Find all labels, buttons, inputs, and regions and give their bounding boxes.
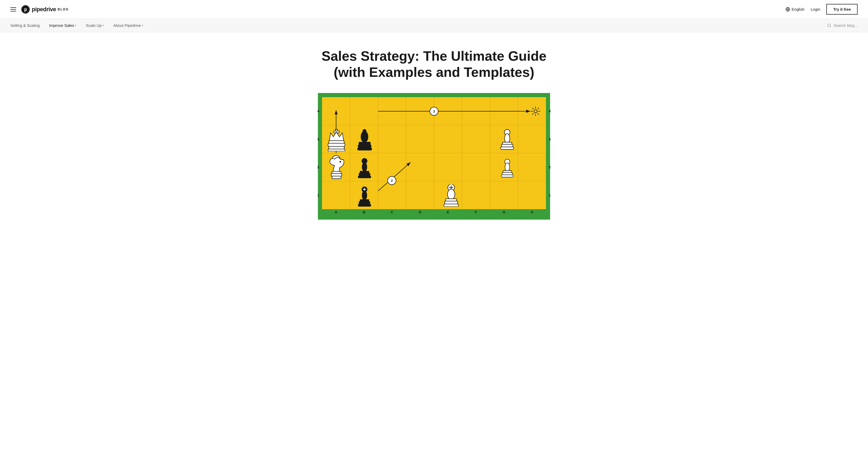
site-header: p pipedrive BLOG English Login Try it fr… — [0, 0, 868, 19]
row-label-right-2: 2 — [549, 153, 551, 181]
piece-white-bishop-e1 — [439, 183, 463, 208]
svg-line-26 — [532, 108, 533, 109]
nav-links: Selling & Scaling Improve Sales ▾ Scale … — [10, 23, 143, 28]
chess-board-wrapper: 4 3 2 1 4 3 2 1 — [322, 97, 546, 214]
svg-marker-36 — [329, 132, 344, 141]
svg-rect-53 — [359, 173, 370, 176]
svg-point-42 — [361, 131, 368, 143]
svg-rect-43 — [359, 142, 370, 145]
hamburger-menu[interactable] — [10, 7, 16, 11]
svg-rect-38 — [328, 143, 345, 146]
piece-white-king — [324, 128, 348, 152]
row-label-1: 1 — [317, 181, 319, 209]
row-label-4: 4 — [317, 97, 319, 125]
svg-point-75 — [505, 163, 509, 171]
col-label-f: F — [462, 210, 490, 214]
col-label-e: E — [434, 210, 462, 214]
hero-image: 4 3 2 1 4 3 2 1 — [288, 93, 580, 220]
piece-black-pawn-b1 — [353, 184, 376, 209]
row-labels-right: 4 3 2 1 — [549, 97, 551, 209]
piece-white-knight — [324, 156, 348, 180]
search-icon — [827, 24, 831, 28]
chevron-down-icon: ▾ — [75, 24, 76, 27]
svg-text:p: p — [24, 6, 27, 12]
nav-selling-scaling[interactable]: Selling & Scaling — [10, 23, 40, 28]
svg-point-20 — [430, 107, 438, 115]
globe-icon — [785, 7, 790, 12]
col-label-c: C — [378, 210, 406, 214]
row-label-3: 3 — [317, 125, 319, 153]
main-content: Sales Strategy: The Ultimate Guide(with … — [278, 32, 590, 240]
chevron-down-icon: ▾ — [142, 24, 143, 27]
svg-rect-37 — [329, 141, 344, 143]
svg-rect-78 — [501, 175, 513, 177]
chevron-down-icon: ▾ — [102, 24, 104, 27]
svg-point-30 — [534, 110, 537, 113]
piece-black-pawn-b2 — [353, 156, 376, 180]
svg-rect-61 — [358, 204, 371, 207]
logo-wordmark: pipedrive — [32, 6, 56, 13]
svg-line-28 — [532, 113, 533, 115]
svg-point-58 — [362, 191, 367, 200]
svg-rect-76 — [503, 171, 511, 172]
svg-rect-73 — [501, 147, 514, 149]
svg-text:2: 2 — [391, 179, 393, 182]
svg-rect-59 — [360, 199, 369, 201]
svg-text:3: 3 — [433, 109, 435, 113]
navigation-bar: Selling & Scaling Improve Sales ▾ Scale … — [0, 19, 868, 32]
svg-rect-40 — [328, 149, 345, 151]
svg-rect-44 — [358, 145, 371, 148]
svg-rect-67 — [445, 201, 458, 204]
language-selector[interactable]: English — [785, 7, 804, 12]
svg-rect-77 — [502, 172, 513, 175]
col-labels: A B C D E F G H — [322, 209, 546, 214]
nav-scale-up[interactable]: Scale Up ▾ — [86, 23, 104, 28]
hero-border: 4 3 2 1 4 3 2 1 — [318, 93, 550, 220]
logo: p pipedrive BLOG — [21, 5, 69, 13]
piece-white-pawn-g3 — [495, 128, 519, 151]
svg-rect-66 — [446, 199, 457, 201]
svg-line-29 — [538, 113, 539, 115]
svg-rect-54 — [358, 176, 371, 178]
piece-white-pawn-g2 — [495, 156, 519, 180]
chess-board: 1 3 — [322, 97, 546, 209]
nav-label-selling: Selling & Scaling — [10, 23, 40, 28]
svg-point-49 — [340, 161, 341, 163]
svg-line-31 — [378, 162, 410, 191]
header-right: English Login Try it free — [785, 4, 858, 15]
svg-rect-45 — [358, 148, 372, 150]
svg-rect-72 — [501, 144, 513, 147]
svg-rect-46 — [332, 171, 341, 173]
svg-rect-48 — [332, 176, 341, 179]
row-label-right-1: 1 — [549, 181, 551, 209]
row-label-right-4: 4 — [549, 97, 551, 125]
svg-line-27 — [538, 108, 539, 109]
login-button[interactable]: Login — [811, 7, 820, 11]
search-bar[interactable]: Search blog... — [827, 23, 858, 28]
row-label-2: 2 — [317, 153, 319, 181]
col-label-b: B — [350, 210, 378, 214]
nav-about-pipedrive[interactable]: About Pipedrive ▾ — [113, 23, 143, 28]
try-free-button[interactable]: Try it free — [826, 4, 858, 15]
svg-point-70 — [504, 134, 510, 143]
svg-point-65 — [447, 189, 455, 200]
row-labels-left: 4 3 2 1 — [317, 97, 319, 209]
logo-blog-badge: BLOG — [58, 7, 69, 11]
article-title: Sales Strategy: The Ultimate Guide(with … — [288, 48, 580, 81]
svg-rect-71 — [502, 142, 512, 144]
piece-black-bishop — [353, 128, 376, 152]
row-label-right-3: 3 — [549, 125, 551, 153]
svg-rect-60 — [359, 201, 370, 204]
col-label-d: D — [406, 210, 434, 214]
header-left: p pipedrive BLOG — [10, 5, 69, 13]
search-placeholder: Search blog... — [833, 23, 858, 28]
svg-point-3 — [828, 24, 831, 27]
col-label-g: G — [490, 210, 518, 214]
col-label-h: H — [518, 210, 546, 214]
svg-point-32 — [388, 176, 396, 185]
svg-rect-68 — [444, 204, 459, 207]
nav-improve-sales[interactable]: Improve Sales ▾ — [49, 23, 76, 28]
logo-link[interactable]: p pipedrive BLOG — [21, 5, 69, 13]
svg-point-51 — [362, 162, 367, 172]
svg-rect-47 — [331, 173, 342, 176]
